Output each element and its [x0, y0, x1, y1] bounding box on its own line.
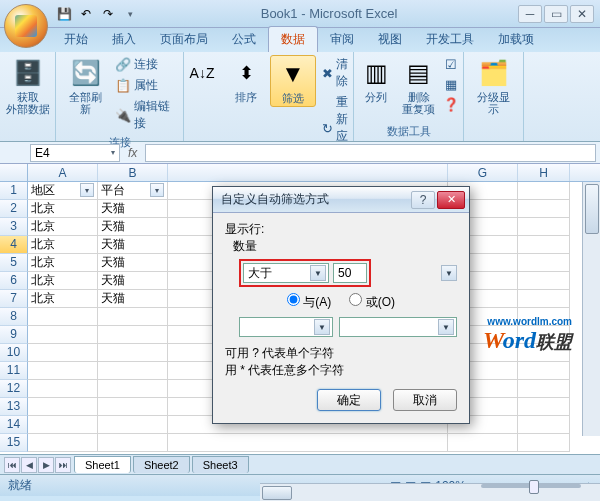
operator-2-combo[interactable]: ▼ [239, 317, 333, 337]
tab-review[interactable]: 审阅 [318, 27, 366, 52]
sheet-nav-next[interactable]: ▶ [38, 457, 54, 473]
or-radio[interactable]: 或(O) [349, 293, 395, 311]
col-header-h[interactable]: H [518, 164, 570, 181]
cell[interactable] [448, 434, 518, 452]
row-header[interactable]: 13 [0, 398, 28, 416]
sheet-tab-2[interactable]: Sheet2 [133, 456, 190, 473]
text-to-columns-button[interactable]: ▥ 分列 [356, 55, 396, 117]
clear-filter-button[interactable]: ✖清除 [320, 55, 355, 91]
row-header[interactable]: 1 [0, 182, 28, 200]
cell[interactable] [518, 434, 570, 452]
and-radio[interactable]: 与(A) [287, 293, 331, 311]
formula-bar[interactable] [145, 144, 596, 162]
cell[interactable]: 北京 [28, 272, 98, 290]
edit-links-button[interactable]: 🔌编辑链接 [113, 97, 177, 133]
remove-duplicates-button[interactable]: ▤ 删除 重复项 [398, 55, 439, 117]
filter-button[interactable]: ▼ 筛选 [270, 55, 316, 107]
cell[interactable] [28, 362, 98, 380]
row-header[interactable]: 15 [0, 434, 28, 452]
tab-addins[interactable]: 加载项 [486, 27, 546, 52]
filter-dropdown-icon[interactable]: ▾ [80, 183, 94, 197]
get-external-data-button[interactable]: 🗄️ 获取 外部数据 [2, 55, 54, 117]
cell[interactable] [518, 236, 570, 254]
cell[interactable]: 天猫 [98, 254, 168, 272]
redo-icon[interactable]: ↷ [98, 4, 118, 24]
sort-button[interactable]: ⬍ 排序 [226, 55, 266, 105]
vertical-scrollbar[interactable] [582, 182, 600, 436]
cell[interactable] [518, 362, 570, 380]
cell[interactable] [518, 416, 570, 434]
tab-layout[interactable]: 页面布局 [148, 27, 220, 52]
ok-button[interactable]: 确定 [317, 389, 381, 411]
value-2-input[interactable]: ▼ [339, 317, 457, 337]
tab-data[interactable]: 数据 [268, 26, 318, 52]
sheet-nav-prev[interactable]: ◀ [21, 457, 37, 473]
cell[interactable] [518, 200, 570, 218]
undo-icon[interactable]: ↶ [76, 4, 96, 24]
cell[interactable]: 北京 [28, 200, 98, 218]
cell[interactable]: 天猫 [98, 290, 168, 308]
cell[interactable] [98, 416, 168, 434]
restore-button[interactable]: ▭ [544, 5, 568, 23]
cell[interactable] [98, 434, 168, 452]
tab-home[interactable]: 开始 [52, 27, 100, 52]
cell[interactable] [98, 362, 168, 380]
row-header[interactable]: 7 [0, 290, 28, 308]
cell[interactable] [98, 308, 168, 326]
select-all-corner[interactable] [0, 164, 28, 181]
value-1-input[interactable]: 50 [333, 263, 367, 283]
sheet-nav-last[interactable]: ⏭ [55, 457, 71, 473]
close-button[interactable]: ✕ [570, 5, 594, 23]
cell[interactable]: 北京 [28, 218, 98, 236]
data-tool-1[interactable]: ☑ [441, 55, 461, 73]
row-header[interactable]: 3 [0, 218, 28, 236]
cell[interactable] [98, 398, 168, 416]
cell[interactable] [518, 398, 570, 416]
tab-view[interactable]: 视图 [366, 27, 414, 52]
cell[interactable] [518, 254, 570, 272]
qat-more-icon[interactable]: ▾ [120, 4, 140, 24]
fx-icon[interactable]: fx [120, 146, 145, 160]
row-header[interactable]: 8 [0, 308, 28, 326]
cell[interactable]: 北京 [28, 254, 98, 272]
cell[interactable] [98, 344, 168, 362]
properties-button[interactable]: 📋属性 [113, 76, 160, 95]
operator-1-combo[interactable]: 大于▼ [243, 263, 329, 283]
tab-formula[interactable]: 公式 [220, 27, 268, 52]
cell[interactable] [28, 308, 98, 326]
row-header[interactable]: 2 [0, 200, 28, 218]
sheet-tab-3[interactable]: Sheet3 [192, 456, 249, 473]
zoom-slider[interactable] [481, 484, 581, 488]
row-header[interactable]: 6 [0, 272, 28, 290]
sheet-nav-first[interactable]: ⏮ [4, 457, 20, 473]
office-button[interactable] [4, 4, 48, 48]
data-tool-2[interactable]: ▦ [441, 75, 461, 93]
filter-dropdown-icon[interactable]: ▾ [150, 183, 164, 197]
cell[interactable] [28, 434, 98, 452]
col-header-b[interactable]: B [98, 164, 168, 181]
col-header-g[interactable]: G [448, 164, 518, 181]
cell[interactable] [28, 326, 98, 344]
cancel-button[interactable]: 取消 [393, 389, 457, 411]
cell[interactable] [98, 326, 168, 344]
dialog-titlebar[interactable]: 自定义自动筛选方式 ? ✕ [213, 187, 469, 213]
row-header[interactable]: 5 [0, 254, 28, 272]
tab-insert[interactable]: 插入 [100, 27, 148, 52]
cell[interactable] [28, 344, 98, 362]
row-header[interactable]: 9 [0, 326, 28, 344]
cell[interactable]: 天猫 [98, 272, 168, 290]
cell[interactable] [28, 398, 98, 416]
refresh-all-button[interactable]: 🔄 全部刷新 [62, 55, 109, 133]
sort-asc-button[interactable]: A↓Z [182, 55, 222, 91]
cell[interactable] [98, 380, 168, 398]
cell[interactable]: 天猫 [98, 218, 168, 236]
cell[interactable]: 地区▾ [28, 182, 98, 200]
cell[interactable]: 平台▾ [98, 182, 168, 200]
cell[interactable] [518, 218, 570, 236]
cell[interactable] [518, 272, 570, 290]
minimize-button[interactable]: ─ [518, 5, 542, 23]
row-header[interactable]: 4 [0, 236, 28, 254]
data-tool-3[interactable]: ❓ [441, 95, 461, 113]
dialog-close-button[interactable]: ✕ [437, 191, 465, 209]
row-header[interactable]: 14 [0, 416, 28, 434]
